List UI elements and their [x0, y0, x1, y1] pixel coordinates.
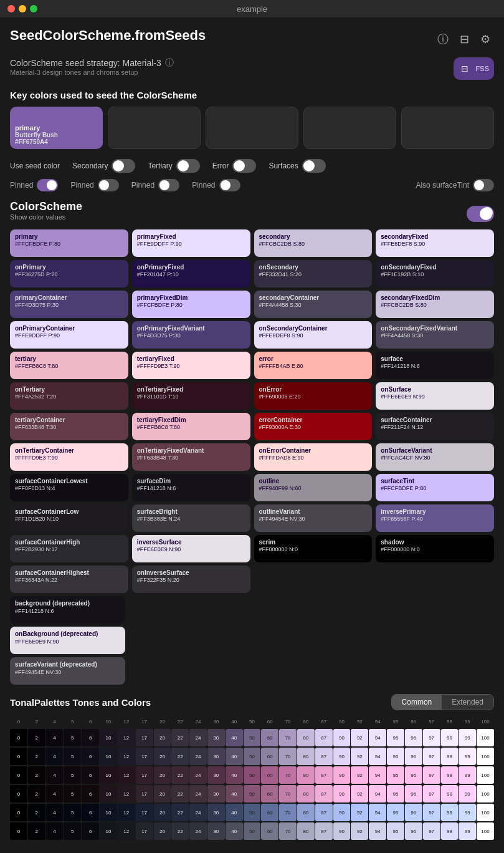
- tonal-cell[interactable]: 5: [64, 822, 81, 840]
- deprecated-card-2[interactable]: surfaceVariant (deprecated)#FF49454E NV:…: [10, 657, 125, 685]
- color-card-row12-3[interactable]: [376, 566, 494, 593]
- tonal-cell[interactable]: 30: [207, 729, 225, 746]
- color-card-row5-1[interactable]: tertiaryFixed#FFFFD9E3 T:90: [132, 352, 250, 379]
- key-color-3[interactable]: [206, 107, 298, 149]
- tonal-cell[interactable]: 98: [441, 766, 459, 784]
- pinned-toggle-3[interactable]: [158, 179, 179, 191]
- tonal-cell[interactable]: 40: [226, 785, 243, 802]
- color-card-row2-1[interactable]: onPrimaryFixed#FF201047 P:10: [132, 260, 250, 287]
- tonal-cell[interactable]: 40: [226, 822, 243, 840]
- tonal-cell[interactable]: 90: [333, 748, 351, 765]
- tonal-cell[interactable]: 50: [244, 766, 261, 784]
- tonal-cell[interactable]: 20: [154, 822, 171, 840]
- key-color-4[interactable]: [303, 107, 396, 149]
- tonal-cell[interactable]: 20: [154, 748, 171, 765]
- tonal-cell[interactable]: 95: [387, 785, 404, 802]
- tonal-cell[interactable]: 17: [136, 785, 153, 802]
- tonal-cell[interactable]: 20: [154, 785, 171, 802]
- color-card-row11-3[interactable]: shadow#FF000000 N:0: [376, 535, 494, 562]
- color-card-row1-1[interactable]: primaryFixed#FFE9DDFF P:90: [132, 229, 250, 257]
- tonal-cell[interactable]: 5: [64, 785, 81, 802]
- layers-button[interactable]: ⊟: [456, 31, 473, 47]
- color-card-row9-1[interactable]: surfaceDim#FF141218 N:6: [132, 474, 250, 501]
- pinned-toggle-2[interactable]: [98, 179, 119, 191]
- tonal-cell[interactable]: 22: [171, 822, 189, 840]
- tonal-cell[interactable]: 94: [369, 822, 386, 840]
- tonal-cell[interactable]: 92: [351, 804, 368, 821]
- tonal-cell[interactable]: 24: [189, 766, 207, 784]
- color-card-row3-0[interactable]: primaryContainer#FF4D3D75 P:30: [10, 291, 128, 318]
- tonal-cell[interactable]: 92: [351, 766, 368, 784]
- tonal-cell[interactable]: 98: [441, 822, 459, 840]
- tonal-cell[interactable]: 30: [207, 822, 225, 840]
- tonal-cell[interactable]: 5: [64, 729, 81, 746]
- color-card-row12-2[interactable]: [254, 566, 373, 593]
- tonal-cell[interactable]: 80: [297, 822, 315, 840]
- tonal-cell[interactable]: 22: [171, 804, 189, 821]
- tonal-cell[interactable]: 12: [118, 748, 135, 765]
- tonal-cell[interactable]: 100: [477, 748, 494, 765]
- tonal-cell[interactable]: 100: [477, 785, 494, 802]
- tonal-cell[interactable]: 22: [171, 785, 189, 802]
- tonal-cell[interactable]: 20: [154, 729, 171, 746]
- tonal-cell[interactable]: 17: [136, 822, 153, 840]
- color-card-row5-3[interactable]: surface#FF141218 N:6: [376, 352, 494, 379]
- maximize-button[interactable]: [30, 5, 37, 12]
- color-card-row8-1[interactable]: onTertiaryFixedVariant#FF633B48 T:30: [132, 443, 250, 471]
- tonal-cell[interactable]: 99: [459, 766, 476, 784]
- tonal-cell[interactable]: 99: [459, 785, 476, 802]
- tonal-cell[interactable]: 2: [28, 748, 45, 765]
- pinned-toggle-4[interactable]: [219, 179, 240, 191]
- deprecated-card-1[interactable]: onBackground (deprecated)#FFE6E0E9 N:90: [10, 627, 125, 654]
- tonal-cell[interactable]: 87: [315, 729, 333, 746]
- tonal-cell[interactable]: 6: [82, 748, 99, 765]
- color-card-row8-0[interactable]: onTertiaryContainer#FFFFD9E3 T:90: [10, 443, 128, 471]
- tonal-cell[interactable]: 4: [46, 785, 64, 802]
- color-card-row11-2[interactable]: scrim#FF000000 N:0: [254, 535, 373, 562]
- tonal-cell[interactable]: 40: [226, 766, 243, 784]
- color-card-row3-2[interactable]: secondaryContainer#FF4A4458 S:30: [254, 291, 373, 318]
- tonal-cell[interactable]: 98: [441, 729, 459, 746]
- tonal-cell[interactable]: 30: [207, 804, 225, 821]
- color-card-row12-0[interactable]: surfaceContainerHighest#FF36343A N:22: [10, 566, 128, 593]
- tonal-cell[interactable]: 24: [189, 785, 207, 802]
- tonal-cell[interactable]: 80: [297, 804, 315, 821]
- tonal-cell[interactable]: 94: [369, 748, 386, 765]
- color-card-row6-2[interactable]: onError#FF690005 E:20: [254, 382, 373, 410]
- tonal-cell[interactable]: 30: [207, 748, 225, 765]
- tonal-cell[interactable]: 20: [154, 766, 171, 784]
- key-color-2[interactable]: [108, 107, 201, 149]
- tonal-cell[interactable]: 70: [279, 729, 297, 746]
- color-card-row1-0[interactable]: primary#FFCFBDFE P:80: [10, 229, 128, 257]
- tonal-cell[interactable]: 12: [118, 729, 135, 746]
- tonal-cell[interactable]: 50: [244, 822, 261, 840]
- tonal-cell[interactable]: 70: [279, 748, 297, 765]
- tonal-cell[interactable]: 40: [226, 729, 243, 746]
- color-card-row5-2[interactable]: error#FFFFB4AB E:80: [254, 352, 373, 379]
- minimize-button[interactable]: [19, 5, 26, 12]
- tonal-cell[interactable]: 94: [369, 804, 386, 821]
- tonal-cell[interactable]: 0: [10, 729, 27, 746]
- tonal-cell[interactable]: 97: [423, 785, 440, 802]
- tonal-cell[interactable]: 99: [459, 804, 476, 821]
- tonal-cell[interactable]: 6: [82, 766, 99, 784]
- tonal-cell[interactable]: 95: [387, 822, 404, 840]
- tonal-cell[interactable]: 17: [136, 748, 153, 765]
- tonal-cell[interactable]: 87: [315, 785, 333, 802]
- color-card-row3-3[interactable]: secondaryFixedDim#FFCBC2DB S:80: [376, 291, 494, 318]
- color-card-row7-3[interactable]: surfaceContainer#FF211F24 N:12: [376, 413, 494, 440]
- color-card-row7-2[interactable]: errorContainer#FF93000A E:30: [254, 413, 373, 440]
- tonal-cell[interactable]: 5: [64, 804, 81, 821]
- tonal-cell[interactable]: 12: [118, 766, 135, 784]
- tonal-cell[interactable]: 20: [154, 804, 171, 821]
- tonal-cell[interactable]: 90: [333, 785, 351, 802]
- color-card-row1-2[interactable]: secondary#FFCBC2DB S:80: [254, 229, 373, 257]
- tonal-cell[interactable]: 6: [82, 822, 99, 840]
- color-card-row6-3[interactable]: onSurface#FFE6E0E9 N:90: [376, 382, 494, 410]
- tonal-cell[interactable]: 92: [351, 822, 368, 840]
- tonal-cell[interactable]: 95: [387, 804, 404, 821]
- tonal-cell[interactable]: 4: [46, 822, 64, 840]
- tonal-cell[interactable]: 60: [261, 804, 278, 821]
- color-card-row11-1[interactable]: inverseSurface#FFE6E0E9 N:90: [132, 535, 250, 562]
- tonal-cell[interactable]: 92: [351, 729, 368, 746]
